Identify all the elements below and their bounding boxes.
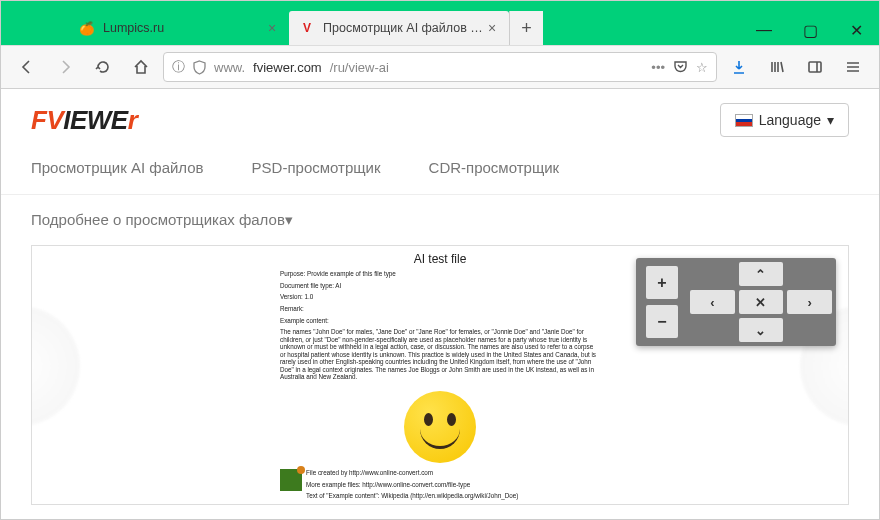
address-bar[interactable]: ⓘ www.fviewer.com/ru/view-ai ••• ☆ <box>163 52 717 82</box>
chevron-down-icon: ▾ <box>827 112 834 128</box>
pan-down-button[interactable]: ⌄ <box>739 318 784 342</box>
doc-meta: Document file type: AI <box>280 282 600 290</box>
tab-title: Lumpics.ru <box>103 21 265 35</box>
window-maximize-button[interactable]: ▢ <box>787 15 833 45</box>
nav-psd-viewer[interactable]: PSD-просмотрщик <box>252 159 381 176</box>
home-button[interactable] <box>125 52 157 82</box>
pocket-icon[interactable] <box>673 60 688 74</box>
library-button[interactable] <box>761 52 793 82</box>
browser-toolbar: ⓘ www.fviewer.com/ru/view-ai ••• ☆ <box>1 45 879 89</box>
back-button[interactable] <box>11 52 43 82</box>
chevron-down-icon: ▾ <box>285 211 293 228</box>
tab-lumpics[interactable]: 🍊 Lumpics.ru × <box>69 11 289 45</box>
tab-fviewer[interactable]: V Просмотрщик AI файлов -- О... × <box>289 11 509 45</box>
url-prefix: www. <box>214 60 245 75</box>
doc-meta: Purpose: Provide example of this file ty… <box>280 270 600 278</box>
secondary-nav: Подробнее о просмотрщиках фалов▾ <box>1 195 879 245</box>
window-close-button[interactable]: ✕ <box>833 15 879 45</box>
language-label: Language <box>759 112 821 128</box>
tab-close-icon[interactable]: × <box>485 21 499 35</box>
zoom-in-button[interactable]: + <box>646 266 678 299</box>
pan-left-button[interactable]: ‹ <box>690 290 735 314</box>
flag-ru-icon <box>735 114 753 127</box>
site-info-icon[interactable]: ⓘ <box>172 58 185 76</box>
new-tab-button[interactable]: + <box>509 11 543 45</box>
pan-zoom-controls: + − ⌃ ‹ ✕ › ⌄ <box>636 258 836 346</box>
window-titlebar <box>1 1 879 9</box>
smiley-icon <box>404 391 476 463</box>
sidebar-button[interactable] <box>799 52 831 82</box>
reset-view-button[interactable]: ✕ <box>739 290 784 314</box>
fviewer-logo[interactable]: FVIEWEr <box>31 105 137 136</box>
primary-nav: Просмотрщик AI файлов PSD-просмотрщик CD… <box>1 143 879 195</box>
url-path: /ru/view-ai <box>330 60 389 75</box>
bookmark-star-icon[interactable]: ☆ <box>696 60 708 75</box>
cc-license-icon <box>280 469 302 491</box>
nav-more-viewers[interactable]: Подробнее о просмотрщиках фалов▾ <box>31 211 293 228</box>
svg-rect-0 <box>809 62 821 72</box>
url-host: fviewer.com <box>253 60 322 75</box>
downloads-button[interactable] <box>723 52 755 82</box>
tracking-shield-icon[interactable] <box>193 60 206 75</box>
app-menu-button[interactable] <box>837 52 869 82</box>
nav-ai-viewer[interactable]: Просмотрщик AI файлов <box>31 159 204 176</box>
doc-meta: Example content: <box>280 317 600 325</box>
site-header: FVIEWEr Language ▾ <box>1 89 879 143</box>
document-preview: AI test file Purpose: Provide example of… <box>280 252 600 505</box>
tab-strip: 🍊 Lumpics.ru × V Просмотрщик AI файлов -… <box>1 9 879 45</box>
page-content: FVIEWEr Language ▾ Просмотрщик AI файлов… <box>1 89 879 520</box>
doc-footer: File created by http://www.online-conver… <box>280 469 600 505</box>
language-selector[interactable]: Language ▾ <box>720 103 849 137</box>
tab-title: Просмотрщик AI файлов -- О... <box>323 21 485 35</box>
page-actions-icon[interactable]: ••• <box>651 60 665 75</box>
doc-meta: Remark: <box>280 305 600 313</box>
reload-button[interactable] <box>87 52 119 82</box>
doc-meta: Version: 1.0 <box>280 293 600 301</box>
window-minimize-button[interactable]: — <box>741 15 787 45</box>
doc-title: AI test file <box>280 252 600 266</box>
zoom-out-button[interactable]: − <box>646 305 678 338</box>
doc-body: The names "John Doe" for males, "Jane Do… <box>280 328 600 381</box>
forward-button[interactable] <box>49 52 81 82</box>
tab-close-icon[interactable]: × <box>265 21 279 35</box>
favicon-fviewer: V <box>299 20 315 36</box>
file-viewer[interactable]: AI test file Purpose: Provide example of… <box>31 245 849 505</box>
pan-right-button[interactable]: › <box>787 290 832 314</box>
nav-cdr-viewer[interactable]: CDR-просмотрщик <box>429 159 560 176</box>
favicon-lumpics: 🍊 <box>79 20 95 36</box>
pan-up-button[interactable]: ⌃ <box>739 262 784 286</box>
